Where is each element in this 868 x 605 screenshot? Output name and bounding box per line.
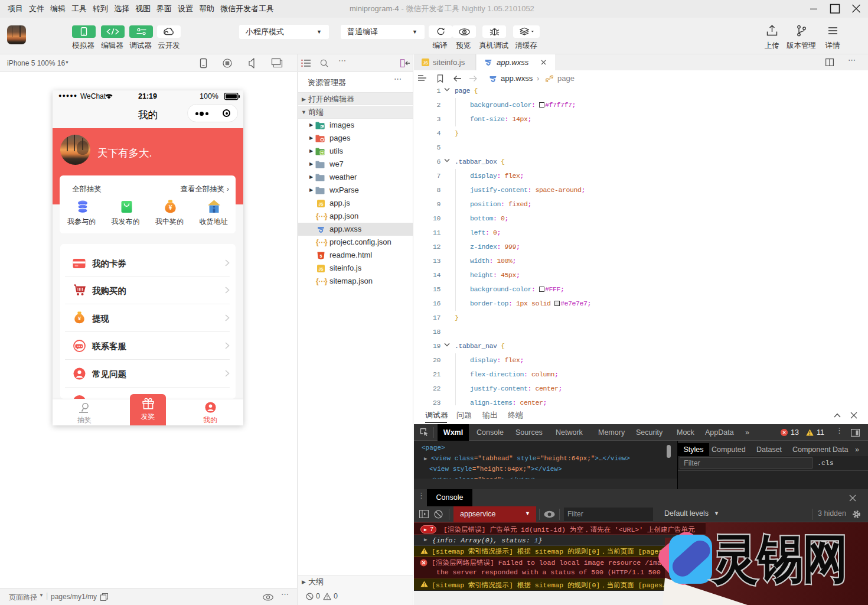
svg-text:JS: JS [319, 201, 324, 206]
svg-text:5: 5 [320, 253, 322, 258]
svg-text:JS: JS [319, 266, 324, 271]
svg-text:¥: ¥ [169, 204, 172, 211]
svg-text:¥: ¥ [78, 315, 81, 321]
svg-text:JS: JS [423, 61, 429, 65]
